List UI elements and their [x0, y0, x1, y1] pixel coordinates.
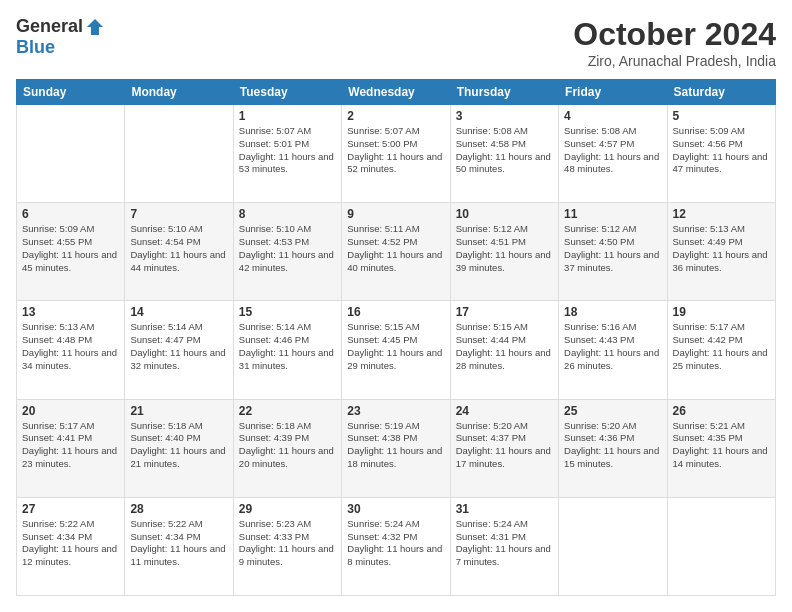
logo-blue-text: Blue: [16, 37, 55, 58]
day-number: 1: [239, 109, 336, 123]
day-number: 19: [673, 305, 770, 319]
day-cell: 8Sunrise: 5:10 AM Sunset: 4:53 PM Daylig…: [233, 203, 341, 301]
col-header-tuesday: Tuesday: [233, 80, 341, 105]
day-number: 2: [347, 109, 444, 123]
day-cell: 22Sunrise: 5:18 AM Sunset: 4:39 PM Dayli…: [233, 399, 341, 497]
day-number: 21: [130, 404, 227, 418]
day-info: Sunrise: 5:10 AM Sunset: 4:53 PM Dayligh…: [239, 223, 336, 274]
day-cell: 12Sunrise: 5:13 AM Sunset: 4:49 PM Dayli…: [667, 203, 775, 301]
day-cell: 11Sunrise: 5:12 AM Sunset: 4:50 PM Dayli…: [559, 203, 667, 301]
day-cell: 2Sunrise: 5:07 AM Sunset: 5:00 PM Daylig…: [342, 105, 450, 203]
day-cell: 15Sunrise: 5:14 AM Sunset: 4:46 PM Dayli…: [233, 301, 341, 399]
day-cell: 18Sunrise: 5:16 AM Sunset: 4:43 PM Dayli…: [559, 301, 667, 399]
day-cell: [125, 105, 233, 203]
day-info: Sunrise: 5:20 AM Sunset: 4:36 PM Dayligh…: [564, 420, 661, 471]
day-number: 17: [456, 305, 553, 319]
day-number: 13: [22, 305, 119, 319]
header: General Blue October 2024 Ziro, Arunacha…: [16, 16, 776, 69]
day-cell: 6Sunrise: 5:09 AM Sunset: 4:55 PM Daylig…: [17, 203, 125, 301]
day-number: 4: [564, 109, 661, 123]
day-cell: 21Sunrise: 5:18 AM Sunset: 4:40 PM Dayli…: [125, 399, 233, 497]
week-row-3: 13Sunrise: 5:13 AM Sunset: 4:48 PM Dayli…: [17, 301, 776, 399]
day-info: Sunrise: 5:16 AM Sunset: 4:43 PM Dayligh…: [564, 321, 661, 372]
day-number: 20: [22, 404, 119, 418]
week-row-1: 1Sunrise: 5:07 AM Sunset: 5:01 PM Daylig…: [17, 105, 776, 203]
day-info: Sunrise: 5:12 AM Sunset: 4:51 PM Dayligh…: [456, 223, 553, 274]
day-cell: 19Sunrise: 5:17 AM Sunset: 4:42 PM Dayli…: [667, 301, 775, 399]
day-number: 23: [347, 404, 444, 418]
col-header-saturday: Saturday: [667, 80, 775, 105]
day-cell: 27Sunrise: 5:22 AM Sunset: 4:34 PM Dayli…: [17, 497, 125, 595]
svg-marker-0: [87, 19, 103, 35]
day-number: 12: [673, 207, 770, 221]
month-title: October 2024: [573, 16, 776, 53]
day-info: Sunrise: 5:22 AM Sunset: 4:34 PM Dayligh…: [130, 518, 227, 569]
day-info: Sunrise: 5:13 AM Sunset: 4:49 PM Dayligh…: [673, 223, 770, 274]
day-info: Sunrise: 5:21 AM Sunset: 4:35 PM Dayligh…: [673, 420, 770, 471]
col-header-monday: Monday: [125, 80, 233, 105]
day-number: 29: [239, 502, 336, 516]
day-cell: 29Sunrise: 5:23 AM Sunset: 4:33 PM Dayli…: [233, 497, 341, 595]
day-info: Sunrise: 5:07 AM Sunset: 5:01 PM Dayligh…: [239, 125, 336, 176]
day-info: Sunrise: 5:20 AM Sunset: 4:37 PM Dayligh…: [456, 420, 553, 471]
day-cell: 14Sunrise: 5:14 AM Sunset: 4:47 PM Dayli…: [125, 301, 233, 399]
day-info: Sunrise: 5:19 AM Sunset: 4:38 PM Dayligh…: [347, 420, 444, 471]
day-info: Sunrise: 5:24 AM Sunset: 4:32 PM Dayligh…: [347, 518, 444, 569]
day-info: Sunrise: 5:13 AM Sunset: 4:48 PM Dayligh…: [22, 321, 119, 372]
day-cell: 7Sunrise: 5:10 AM Sunset: 4:54 PM Daylig…: [125, 203, 233, 301]
week-row-2: 6Sunrise: 5:09 AM Sunset: 4:55 PM Daylig…: [17, 203, 776, 301]
day-info: Sunrise: 5:18 AM Sunset: 4:39 PM Dayligh…: [239, 420, 336, 471]
day-cell: [17, 105, 125, 203]
logo-general-text: General: [16, 16, 83, 37]
day-cell: 3Sunrise: 5:08 AM Sunset: 4:58 PM Daylig…: [450, 105, 558, 203]
day-cell: 5Sunrise: 5:09 AM Sunset: 4:56 PM Daylig…: [667, 105, 775, 203]
day-number: 28: [130, 502, 227, 516]
day-cell: 30Sunrise: 5:24 AM Sunset: 4:32 PM Dayli…: [342, 497, 450, 595]
day-info: Sunrise: 5:12 AM Sunset: 4:50 PM Dayligh…: [564, 223, 661, 274]
day-number: 27: [22, 502, 119, 516]
day-number: 16: [347, 305, 444, 319]
day-cell: 26Sunrise: 5:21 AM Sunset: 4:35 PM Dayli…: [667, 399, 775, 497]
day-number: 8: [239, 207, 336, 221]
location: Ziro, Arunachal Pradesh, India: [573, 53, 776, 69]
page: General Blue October 2024 Ziro, Arunacha…: [0, 0, 792, 612]
day-info: Sunrise: 5:14 AM Sunset: 4:47 PM Dayligh…: [130, 321, 227, 372]
day-number: 25: [564, 404, 661, 418]
day-info: Sunrise: 5:11 AM Sunset: 4:52 PM Dayligh…: [347, 223, 444, 274]
day-cell: 17Sunrise: 5:15 AM Sunset: 4:44 PM Dayli…: [450, 301, 558, 399]
col-header-sunday: Sunday: [17, 80, 125, 105]
day-cell: 10Sunrise: 5:12 AM Sunset: 4:51 PM Dayli…: [450, 203, 558, 301]
title-block: October 2024 Ziro, Arunachal Pradesh, In…: [573, 16, 776, 69]
day-number: 11: [564, 207, 661, 221]
col-header-wednesday: Wednesday: [342, 80, 450, 105]
day-number: 7: [130, 207, 227, 221]
logo: General Blue: [16, 16, 105, 58]
day-number: 31: [456, 502, 553, 516]
day-number: 15: [239, 305, 336, 319]
day-number: 6: [22, 207, 119, 221]
day-number: 26: [673, 404, 770, 418]
day-info: Sunrise: 5:15 AM Sunset: 4:44 PM Dayligh…: [456, 321, 553, 372]
day-cell: 28Sunrise: 5:22 AM Sunset: 4:34 PM Dayli…: [125, 497, 233, 595]
day-number: 18: [564, 305, 661, 319]
day-cell: 13Sunrise: 5:13 AM Sunset: 4:48 PM Dayli…: [17, 301, 125, 399]
day-info: Sunrise: 5:10 AM Sunset: 4:54 PM Dayligh…: [130, 223, 227, 274]
day-number: 3: [456, 109, 553, 123]
week-row-4: 20Sunrise: 5:17 AM Sunset: 4:41 PM Dayli…: [17, 399, 776, 497]
day-info: Sunrise: 5:22 AM Sunset: 4:34 PM Dayligh…: [22, 518, 119, 569]
col-header-friday: Friday: [559, 80, 667, 105]
day-cell: 20Sunrise: 5:17 AM Sunset: 4:41 PM Dayli…: [17, 399, 125, 497]
day-info: Sunrise: 5:07 AM Sunset: 5:00 PM Dayligh…: [347, 125, 444, 176]
day-info: Sunrise: 5:09 AM Sunset: 4:56 PM Dayligh…: [673, 125, 770, 176]
day-info: Sunrise: 5:15 AM Sunset: 4:45 PM Dayligh…: [347, 321, 444, 372]
day-cell: 24Sunrise: 5:20 AM Sunset: 4:37 PM Dayli…: [450, 399, 558, 497]
day-cell: 9Sunrise: 5:11 AM Sunset: 4:52 PM Daylig…: [342, 203, 450, 301]
calendar-table: SundayMondayTuesdayWednesdayThursdayFrid…: [16, 79, 776, 596]
day-info: Sunrise: 5:08 AM Sunset: 4:58 PM Dayligh…: [456, 125, 553, 176]
day-cell: [559, 497, 667, 595]
day-info: Sunrise: 5:23 AM Sunset: 4:33 PM Dayligh…: [239, 518, 336, 569]
day-number: 24: [456, 404, 553, 418]
calendar-header-row: SundayMondayTuesdayWednesdayThursdayFrid…: [17, 80, 776, 105]
day-number: 9: [347, 207, 444, 221]
day-cell: 16Sunrise: 5:15 AM Sunset: 4:45 PM Dayli…: [342, 301, 450, 399]
